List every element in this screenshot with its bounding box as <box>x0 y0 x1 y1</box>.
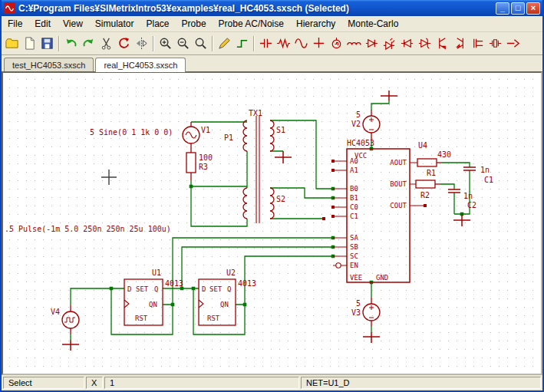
minimize-button[interactable]: _ <box>496 2 509 15</box>
probe-pen-button[interactable] <box>216 35 233 52</box>
u4-part-label[interactable]: HC4053 <box>347 139 374 147</box>
u2-part-label[interactable]: 4013 <box>238 279 256 288</box>
v1-sine-annotation[interactable]: 5 Sine(0 1 1k 0 0) <box>90 128 173 137</box>
u4-ref-label[interactable]: U4 <box>418 141 427 150</box>
ground-v4[interactable] <box>62 340 79 351</box>
component-r2-resistor[interactable]: R2 <box>416 180 440 199</box>
v4-pulse-annotation[interactable]: .5 Pulse(-1m 5.0 250n 250n 25u 100u) <box>5 225 171 233</box>
c2-value[interactable]: 1n <box>463 192 473 200</box>
v2-label[interactable]: V2 <box>351 120 361 128</box>
place-zener-button[interactable] <box>416 35 434 52</box>
menu-probe-ac-noise[interactable]: Probe AC/Noise <box>213 17 290 31</box>
component-c2-capacitor[interactable]: 1n C2 <box>448 189 476 209</box>
component-c1-capacitor[interactable]: 1n C1 <box>463 166 493 184</box>
schematic-canvas[interactable]: V1 5 Sine(0 1 1k 0 0) 100 R3 TX1 P1 S1 <box>2 71 542 375</box>
v4-label[interactable]: V4 <box>51 308 60 316</box>
undo-button[interactable] <box>62 35 80 52</box>
component-v3-source[interactable]: 5 V3 <box>351 298 380 327</box>
place-inductor-button[interactable] <box>345 35 363 52</box>
component-v4-source[interactable]: V4 <box>51 305 79 334</box>
place-ground-button[interactable] <box>310 35 328 52</box>
zoom-out-button[interactable] <box>174 35 192 52</box>
zoom-in-button[interactable] <box>157 35 174 52</box>
place-nmos-button[interactable] <box>469 35 486 52</box>
u1-ref-label[interactable]: U1 <box>152 268 161 277</box>
place-diode-button[interactable] <box>363 35 381 52</box>
ground-rc[interactable] <box>453 214 470 226</box>
r1-label[interactable]: R1 <box>427 169 436 177</box>
place-npn-button[interactable] <box>434 35 451 52</box>
u2-pin-q: Q <box>227 285 231 293</box>
component-u1-4013[interactable]: U1 4013 D SET Q QN RST <box>124 268 183 325</box>
menu-hierarchy[interactable]: Hierarchy <box>290 17 341 31</box>
toolbar-separator <box>212 36 213 51</box>
place-diode-left-button[interactable] <box>398 35 416 52</box>
component-u4-hc4053[interactable]: HC4053 U4 VCC A0 A1 B0 B1 C0 C1 SA SB SC… <box>333 139 427 282</box>
status-net: NET=U1_D <box>301 377 541 389</box>
place-resistor-button[interactable] <box>275 35 292 52</box>
s1-label[interactable]: S1 <box>276 126 285 134</box>
v2-value[interactable]: 5 <box>356 110 361 119</box>
save-button[interactable] <box>38 35 56 52</box>
u1-part-label[interactable]: 4013 <box>165 279 183 288</box>
component-u2-4013[interactable]: U2 4013 D SET Q QN RST <box>199 268 256 325</box>
v3-label[interactable]: V3 <box>351 308 361 317</box>
cut-button[interactable] <box>97 35 115 52</box>
component-tx1-transformer[interactable]: TX1 P1 S1 S2 <box>224 109 285 223</box>
rotate-icon <box>117 36 131 51</box>
menu-edit[interactable]: Edit <box>28 17 57 31</box>
undo-icon <box>64 36 78 51</box>
c2-label[interactable]: C2 <box>467 201 476 209</box>
mirror-button[interactable] <box>133 35 150 52</box>
r3-value[interactable]: 100 <box>199 153 213 162</box>
c1-value[interactable]: 1n <box>480 166 490 174</box>
rotate-button[interactable] <box>115 35 133 52</box>
new-sheet-icon <box>22 36 37 51</box>
status-x-label: X <box>86 377 103 389</box>
place-clock-source-button[interactable] <box>328 35 345 52</box>
place-sine-source-button[interactable] <box>292 35 310 52</box>
v1-label[interactable]: V1 <box>201 126 210 134</box>
p1-label[interactable]: P1 <box>224 133 233 142</box>
u2-pin-d: D <box>202 285 206 293</box>
new-button[interactable] <box>21 35 38 52</box>
tab-real-hc4053[interactable]: real_HC4053.sxsch <box>95 58 186 72</box>
r2-label[interactable]: R2 <box>420 191 430 199</box>
zoom-fit-button[interactable] <box>192 35 209 52</box>
wire-icon <box>235 36 249 51</box>
restore-button[interactable]: □ <box>511 2 525 15</box>
u2-ref-label[interactable]: U2 <box>226 268 236 277</box>
place-pnp-button[interactable] <box>451 35 469 52</box>
ground-top-right[interactable] <box>381 91 397 100</box>
menu-simulator[interactable]: Simulator <box>89 17 140 31</box>
place-current-probe-button[interactable] <box>504 35 522 52</box>
pin-a1: A1 <box>350 166 358 174</box>
r1-value[interactable]: 430 <box>437 150 451 159</box>
component-r1-resistor[interactable]: 430 R1 <box>417 150 451 177</box>
c1-label[interactable]: C1 <box>484 176 493 184</box>
place-capacitor-button[interactable] <box>257 35 275 52</box>
redo-button[interactable] <box>80 35 97 52</box>
menu-monte-carlo[interactable]: Monte-Carlo <box>341 17 404 31</box>
zoom-out-icon <box>176 36 190 51</box>
menu-file[interactable]: File <box>2 17 28 31</box>
component-v2-source[interactable]: 5 V2 <box>351 110 380 140</box>
wire-mode-button[interactable] <box>233 35 251 52</box>
open-button[interactable] <box>3 35 21 52</box>
pin-a0: A0 <box>350 157 358 165</box>
close-button[interactable]: × <box>526 2 540 15</box>
ground-transformer[interactable] <box>275 151 292 163</box>
r3-label[interactable]: R3 <box>199 163 208 171</box>
menu-view[interactable]: View <box>57 17 89 31</box>
tab-test-hc4053[interactable]: test_HC4053.sxsch <box>4 58 94 71</box>
tx1-label[interactable]: TX1 <box>249 109 262 117</box>
menu-place[interactable]: Place <box>140 17 176 31</box>
place-crystal-button[interactable] <box>486 35 504 52</box>
ground-v3[interactable] <box>363 332 380 343</box>
place-led-button[interactable] <box>381 35 398 52</box>
component-r3-resistor[interactable]: 100 R3 <box>186 153 213 180</box>
v3-value[interactable]: 5 <box>356 299 361 308</box>
component-v1-source[interactable]: V1 <box>183 122 210 153</box>
menu-probe[interactable]: Probe <box>176 17 213 31</box>
s2-label[interactable]: S2 <box>276 195 285 203</box>
